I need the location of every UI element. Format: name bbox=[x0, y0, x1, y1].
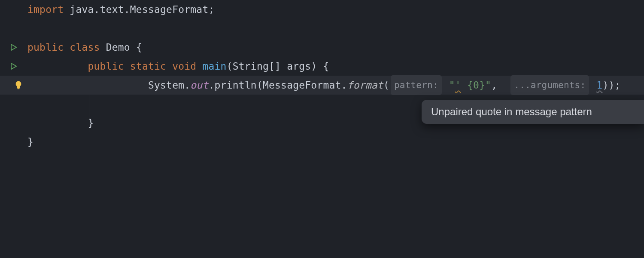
code-line[interactable]: import java.text.MessageFormat; bbox=[0, 0, 644, 19]
code-line[interactable]: public class Demo { bbox=[0, 38, 644, 57]
brace: { bbox=[130, 42, 142, 53]
param-hint-arguments: ...arguments: bbox=[510, 75, 589, 95]
gutter-run[interactable] bbox=[0, 43, 27, 52]
code-line[interactable]: public static void main(String[] args) { bbox=[0, 57, 644, 76]
keyword-import: import bbox=[27, 4, 64, 15]
params: (String[] args) { bbox=[227, 61, 329, 72]
code-line[interactable] bbox=[0, 19, 644, 38]
tail: )); bbox=[602, 80, 620, 91]
svg-marker-1 bbox=[11, 63, 16, 69]
intention-bulb-icon[interactable] bbox=[14, 80, 23, 90]
gutter-run[interactable] bbox=[0, 62, 27, 71]
class-ref-system: System bbox=[148, 80, 184, 91]
code-line[interactable]: } bbox=[0, 132, 644, 151]
brace-close: } bbox=[88, 117, 94, 129]
keyword-void: void bbox=[172, 61, 196, 72]
keyword-class: class bbox=[70, 42, 100, 53]
method-format: format bbox=[347, 80, 383, 91]
code-line-current[interactable]: System.out.println(MessageFormat.format(… bbox=[0, 76, 644, 95]
run-icon[interactable] bbox=[9, 62, 18, 71]
code-content[interactable]: public static void main(String[] args) { bbox=[27, 57, 644, 76]
field-out: out bbox=[190, 80, 208, 91]
brace-close: } bbox=[27, 136, 33, 147]
import-path: java.text.MessageFormat; bbox=[64, 4, 214, 15]
run-icon[interactable] bbox=[9, 43, 18, 52]
method-println: println bbox=[215, 80, 257, 91]
keyword-public: public bbox=[88, 61, 124, 72]
code-content[interactable]: import java.text.MessageFormat; bbox=[27, 0, 644, 19]
string-literal-quote: ' bbox=[455, 80, 461, 91]
code-content[interactable]: System.out.println(MessageFormat.format(… bbox=[27, 75, 644, 95]
method-main: main bbox=[202, 61, 226, 72]
number-literal: 1 bbox=[596, 80, 602, 91]
string-literal-open: " bbox=[449, 80, 455, 91]
class-name: Demo bbox=[106, 42, 130, 53]
code-content[interactable]: public class Demo { bbox=[27, 38, 644, 57]
class-ref-mf: MessageFormat bbox=[263, 80, 341, 91]
code-content[interactable]: } bbox=[27, 132, 644, 151]
keyword-public: public bbox=[27, 42, 64, 53]
keyword-static: static bbox=[130, 61, 166, 72]
param-hint-pattern: pattern: bbox=[391, 75, 442, 95]
code-editor[interactable]: import java.text.MessageFormat; public c… bbox=[0, 0, 644, 258]
svg-marker-0 bbox=[11, 44, 16, 50]
inspection-tooltip: Unpaired quote in message pattern bbox=[422, 100, 644, 124]
gutter-bulb[interactable] bbox=[0, 80, 27, 90]
string-literal-rest: {0}" bbox=[461, 80, 491, 91]
svg-rect-2 bbox=[17, 88, 20, 89]
